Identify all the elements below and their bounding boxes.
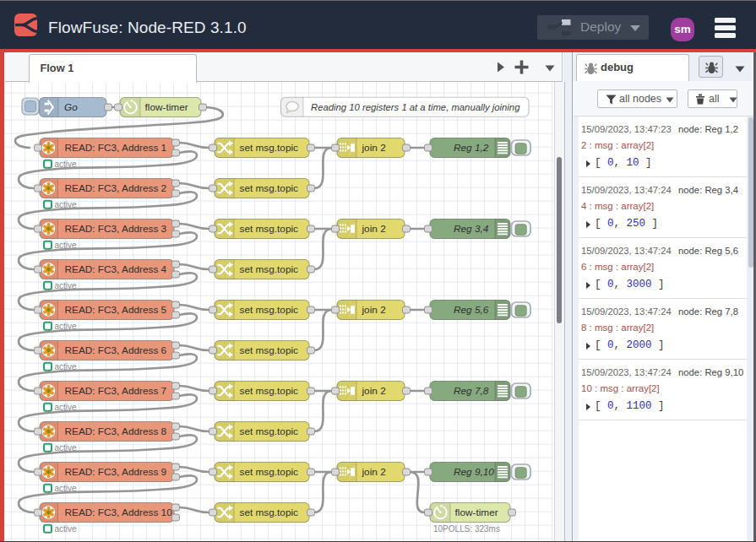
- svg-text:READ: FC3, Address 10: READ: FC3, Address 10: [65, 507, 173, 518]
- svg-text:active: active: [55, 241, 78, 250]
- svg-text:active: active: [55, 362, 78, 371]
- svg-text:READ: FC3, Address 7: READ: FC3, Address 7: [65, 385, 167, 397]
- svg-text:Reg 3,4: Reg 3,4: [454, 223, 489, 235]
- svg-text:flow-timer: flow-timer: [455, 507, 498, 518]
- svg-text:Go: Go: [64, 101, 78, 113]
- svg-text:active: active: [55, 524, 78, 534]
- svg-text:active: active: [55, 484, 78, 493]
- svg-text:set msg.topic: set msg.topic: [240, 385, 299, 397]
- svg-text:set msg.topic: set msg.topic: [240, 182, 299, 194]
- svg-text:set msg.topic: set msg.topic: [240, 223, 299, 235]
- svg-text:join 2: join 2: [362, 304, 386, 316]
- svg-text:Reg 1,2: Reg 1,2: [454, 142, 489, 154]
- svg-text:Reg 9,10: Reg 9,10: [454, 466, 494, 478]
- svg-text:flow-timer: flow-timer: [145, 101, 188, 113]
- svg-text:active: active: [55, 443, 78, 453]
- svg-text:READ: FC3, Address 3: READ: FC3, Address 3: [65, 223, 167, 235]
- svg-text:set msg.topic: set msg.topic: [240, 142, 299, 154]
- svg-text:READ: FC3, Address 4: READ: FC3, Address 4: [65, 263, 167, 275]
- svg-text:READ: FC3, Address 5: READ: FC3, Address 5: [65, 304, 167, 316]
- svg-text:join 2: join 2: [362, 385, 386, 397]
- svg-text:active: active: [55, 403, 78, 412]
- svg-text:active: active: [55, 281, 78, 290]
- svg-text:join 2: join 2: [362, 223, 386, 235]
- svg-text:Reading 10 registers 1 at a ti: Reading 10 registers 1 at a time, manual…: [311, 102, 520, 112]
- svg-text:active: active: [55, 200, 78, 209]
- svg-text:Reg 5,6: Reg 5,6: [454, 304, 489, 316]
- svg-text:set msg.topic: set msg.topic: [240, 263, 299, 275]
- svg-text:10POLLS: 323ms: 10POLLS: 323ms: [433, 524, 500, 534]
- svg-text:active: active: [55, 322, 78, 331]
- svg-text:set msg.topic: set msg.topic: [240, 304, 299, 316]
- svg-text:READ: FC3, Address 9: READ: FC3, Address 9: [65, 466, 167, 478]
- svg-text:READ: FC3, Address 8: READ: FC3, Address 8: [65, 425, 167, 437]
- svg-text:set msg.topic: set msg.topic: [240, 344, 299, 356]
- svg-text:READ: FC3, Address 2: READ: FC3, Address 2: [65, 182, 167, 194]
- svg-text:active: active: [55, 160, 78, 169]
- svg-text:Reg 7,8: Reg 7,8: [454, 385, 489, 397]
- svg-text:set msg.topic: set msg.topic: [240, 466, 299, 478]
- svg-text:set msg.topic: set msg.topic: [240, 425, 299, 437]
- svg-text:set msg.topic: set msg.topic: [240, 507, 299, 518]
- svg-text:join 2: join 2: [362, 466, 386, 478]
- svg-text:READ: FC3, Address 6: READ: FC3, Address 6: [65, 344, 167, 356]
- svg-text:join 2: join 2: [362, 142, 386, 154]
- svg-text:READ: FC3, Address 1: READ: FC3, Address 1: [65, 142, 167, 154]
